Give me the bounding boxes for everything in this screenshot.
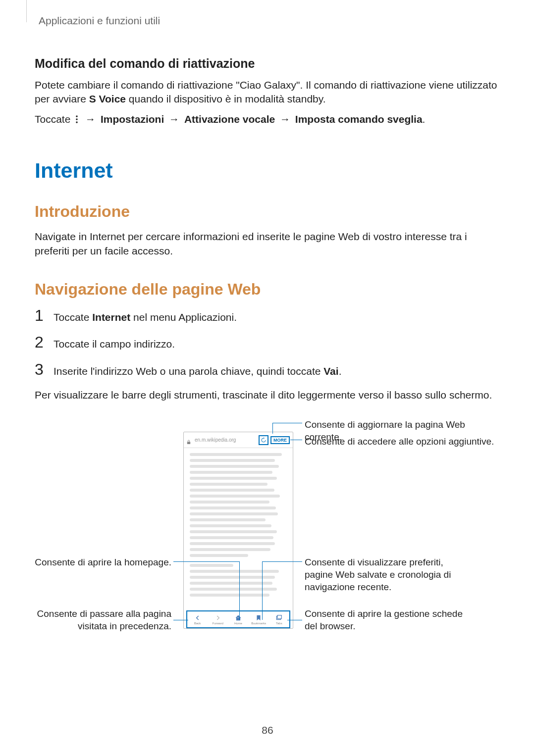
step-number: 2 bbox=[35, 334, 51, 350]
text-span: Inserite l'indirizzo Web o una parola ch… bbox=[54, 365, 323, 377]
callout-bookmarks: Consente di visualizzare preferiti, pagi… bbox=[305, 556, 473, 593]
nav-label: Forward bbox=[213, 622, 223, 625]
path-step: Attivazione vocale bbox=[184, 113, 275, 125]
nav-label: Home bbox=[234, 622, 242, 625]
text-span: nel menu Applicazioni. bbox=[130, 311, 237, 323]
url-display: en.m.wikipedia.org bbox=[193, 437, 257, 443]
step-number: 3 bbox=[35, 361, 51, 377]
step-number: 1 bbox=[35, 307, 51, 323]
path-step: Imposta comando sveglia bbox=[295, 113, 423, 125]
arrow-icon: → bbox=[169, 113, 179, 125]
nav-label: Back bbox=[194, 622, 201, 625]
section-modifica-p1: Potete cambiare il comando di riattivazi… bbox=[35, 78, 500, 106]
section-navigazione-title: Navigazione delle pagine Web bbox=[35, 280, 500, 299]
path-step: Impostazioni bbox=[101, 113, 164, 125]
section-modifica-title: Modifica del comando di riattivazione bbox=[35, 56, 500, 71]
home-button[interactable]: Home bbox=[231, 614, 246, 625]
text-span: quando il dispositivo è in modalità stan… bbox=[126, 93, 326, 104]
browser-bottombar: Back Forward Home Bookmarks Tabs bbox=[186, 610, 290, 628]
more-dots-icon bbox=[75, 113, 78, 127]
text-bold: Internet bbox=[92, 311, 130, 323]
arrow-icon: → bbox=[85, 113, 96, 125]
tabs-button[interactable]: Tabs bbox=[271, 614, 286, 625]
forward-button[interactable]: Forward bbox=[211, 614, 225, 625]
step-1: 1 Toccate Internet nel menu Applicazioni… bbox=[35, 307, 500, 324]
bookmarks-button[interactable]: Bookmarks bbox=[251, 614, 266, 625]
callout-homepage: Consente di aprire la homepage. bbox=[30, 556, 171, 569]
section-modifica-p2: Toccate → Impostazioni → Attivazione voc… bbox=[35, 112, 500, 127]
more-button[interactable]: MORE bbox=[270, 436, 290, 444]
svg-point-2 bbox=[76, 121, 78, 123]
step-text: Inserite l'indirizzo Web o una parola ch… bbox=[51, 364, 341, 378]
text-bold: S Voice bbox=[89, 93, 126, 104]
browser-topbar: en.m.wikipedia.org MORE bbox=[184, 432, 293, 448]
phone-mockup: en.m.wikipedia.org MORE bbox=[183, 432, 293, 629]
chapter-header: Applicazioni e funzioni utili bbox=[35, 15, 500, 27]
lock-icon bbox=[187, 438, 191, 443]
text-span: . bbox=[423, 113, 426, 125]
main-heading-internet: Internet bbox=[35, 158, 500, 183]
page-number: 86 bbox=[262, 724, 273, 736]
text-span: Toccate bbox=[54, 311, 92, 323]
browser-diagram: en.m.wikipedia.org MORE bbox=[35, 422, 500, 650]
step-text: Toccate il campo indirizzo. bbox=[51, 337, 175, 351]
svg-point-1 bbox=[76, 118, 78, 120]
nav-label: Bookmarks bbox=[251, 622, 266, 625]
text-bold: Vai bbox=[323, 365, 338, 377]
blurred-page-content bbox=[184, 448, 293, 602]
section-introduzione-title: Introduzione bbox=[35, 202, 500, 221]
step-text: Toccate Internet nel menu Applicazioni. bbox=[51, 310, 237, 324]
back-button[interactable]: Back bbox=[190, 614, 205, 625]
svg-rect-3 bbox=[187, 442, 190, 444]
svg-rect-5 bbox=[277, 615, 281, 619]
text-span: Toccate bbox=[35, 113, 73, 125]
step-3: 3 Inserite l'indirizzo Web o una parola … bbox=[35, 361, 500, 378]
callout-tabs: Consente di aprire la gestione schede de… bbox=[305, 608, 463, 632]
nav-label: Tabs bbox=[276, 622, 282, 625]
svg-point-0 bbox=[76, 115, 78, 117]
step-2: 2 Toccate il campo indirizzo. bbox=[35, 334, 500, 351]
refresh-button[interactable] bbox=[259, 435, 268, 445]
callout-back: Consente di passare alla pagina visitata… bbox=[30, 608, 171, 632]
section-introduzione-p1: Navigate in Internet per cercare informa… bbox=[35, 230, 500, 258]
text-span: . bbox=[339, 365, 342, 377]
section3-note: Per visualizzare le barre degli strument… bbox=[35, 388, 500, 402]
arrow-icon: → bbox=[280, 113, 290, 125]
callout-more: Consente di accedere alle opzioni aggiun… bbox=[305, 436, 494, 448]
